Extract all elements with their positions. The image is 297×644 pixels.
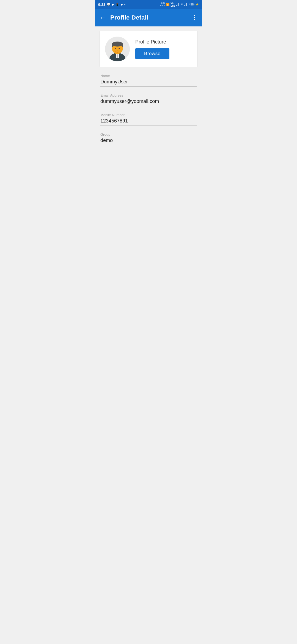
dot-icon: • (124, 3, 125, 6)
group-label: Group (100, 132, 197, 137)
status-bar: 9:23 💬 ▶ 📱 ▶ • 0.00KB/S 📶 VoLTE R (95, 0, 202, 9)
profile-card-info: Profile Picture Browse (135, 39, 169, 59)
email-field-group: Email Address dummyuser@yopmail.com (100, 93, 197, 107)
mobile-label: Mobile Number (100, 113, 197, 117)
email-label: Email Address (100, 93, 197, 97)
page-title: Profile Detail (110, 14, 187, 21)
profile-picture-label: Profile Picture (135, 39, 169, 45)
svg-rect-4 (184, 5, 185, 6)
svg-point-17 (115, 48, 116, 49)
profile-picture-card: Profile Picture Browse (99, 31, 198, 67)
youtube-icon: ▶ (121, 3, 123, 6)
name-value: DummyUser (100, 79, 197, 87)
media-icon: ▶ (112, 3, 114, 6)
mobile-field-group: Mobile Number 1234567891 (100, 113, 197, 127)
svg-point-19 (117, 50, 118, 51)
group-field-group: Group demo (100, 132, 197, 146)
group-value: demo (100, 138, 197, 145)
email-value: dummyuser@yopmail.com (100, 99, 197, 106)
mobile-value: 1234567891 (100, 118, 197, 126)
svg-rect-16 (112, 43, 123, 45)
form-section: Name DummyUser Email Address dummyuser@y… (99, 74, 198, 146)
network-speed: 0.00KB/S (160, 2, 165, 7)
app-bar: ← Profile Detail ⋮ (95, 9, 202, 26)
status-time: 9:23 (98, 2, 105, 7)
whatsapp-icon: 💬 (107, 3, 111, 6)
wifi-icon: 📶 (166, 3, 169, 6)
svg-rect-2 (178, 4, 178, 6)
svg-rect-5 (185, 4, 185, 6)
svg-rect-6 (186, 4, 186, 6)
signal-icon-1 (176, 2, 180, 6)
app-icon: 📱 (116, 3, 119, 6)
svg-rect-7 (186, 3, 187, 6)
svg-point-18 (119, 48, 120, 49)
status-left: 9:23 💬 ▶ 📱 ▶ • (98, 2, 125, 7)
name-label: Name (100, 74, 197, 78)
status-right: 0.00KB/S 📶 VoLTE R 49% ⚡ (160, 2, 199, 7)
svg-rect-0 (176, 5, 177, 6)
browse-button[interactable]: Browse (135, 48, 169, 59)
content-area: Profile Picture Browse Name DummyUser Em… (95, 26, 202, 156)
overflow-menu-button[interactable]: ⋮ (191, 14, 198, 21)
charging-icon: ⚡ (196, 3, 199, 6)
r-label: R (181, 3, 183, 6)
battery-percent: 49% (189, 3, 194, 6)
svg-rect-3 (178, 3, 179, 6)
back-button[interactable]: ← (99, 14, 106, 21)
signal-icon-2 (184, 2, 188, 6)
avatar (105, 37, 130, 61)
name-field-group: Name DummyUser (100, 74, 197, 88)
svg-rect-1 (177, 4, 177, 6)
lte-icon: VoLTE (170, 2, 175, 7)
